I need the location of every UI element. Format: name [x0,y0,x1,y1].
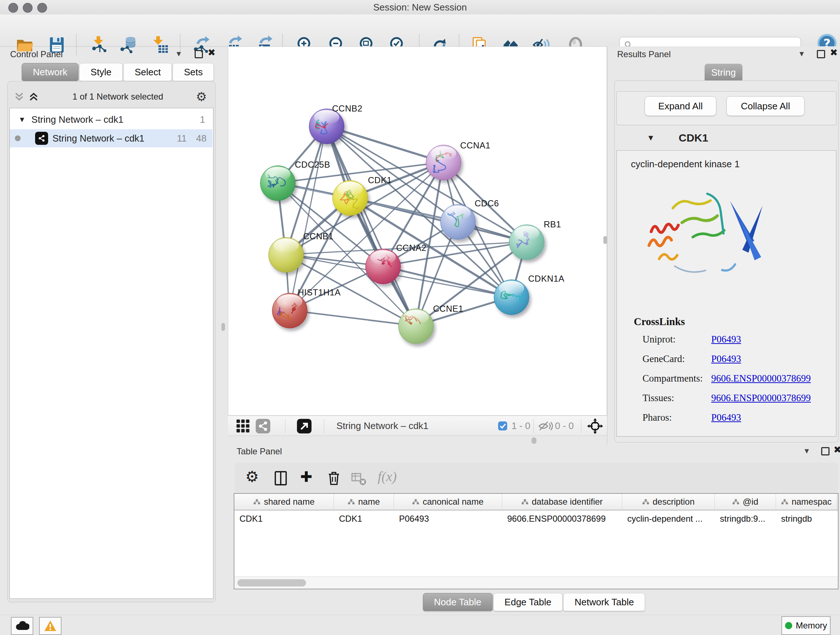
control-panel-menu-icon[interactable]: ▾ [177,49,181,59]
table-panel-close-icon[interactable]: ✖ [834,444,840,455]
node-HIST1H1A[interactable] [272,293,308,328]
delete-table-icon[interactable] [351,471,367,487]
tab-style[interactable]: Style [79,63,123,81]
import-network-file-icon[interactable] [86,33,111,57]
results-panel-menu-icon[interactable]: ▾ [799,49,804,59]
show-columns-icon[interactable] [273,470,289,488]
gene-description: cyclin-dependent kinase 1 [631,158,740,170]
table-cell: CDK1 [334,510,394,527]
node-CCNB1[interactable] [268,237,304,272]
function-builder-icon[interactable]: f(x) [378,469,397,485]
column-header-description[interactable]: description [622,494,715,510]
column-header-name[interactable]: name [334,494,394,510]
crosslink-link[interactable]: P06493 [711,412,741,423]
network-row-label: String Network – cdk1 [52,133,144,144]
column-type-icon [732,499,739,505]
results-panel-close-icon[interactable]: ✖ [830,47,838,58]
column-header-canonical-name[interactable]: canonical name [394,494,502,510]
table-panel-menu-icon[interactable]: ▾ [805,446,809,456]
control-panel-tabs: NetworkStyleSelectSets [22,63,214,81]
tab-select[interactable]: Select [123,63,172,81]
network-list: ▼ String Network – cdk1 1 String Network… [9,108,213,599]
selected-count: 1 - 0 [512,416,531,435]
table-row[interactable]: CDK1CDK1P064939606.ENSP00000378699cyclin… [234,510,838,527]
warnings-icon[interactable] [39,617,62,635]
node-gloss [265,167,290,181]
collapse-all-chevron-icon[interactable] [13,92,25,101]
expand-all-chevron-icon[interactable] [27,92,40,101]
import-network-database-icon[interactable] [116,33,141,57]
hscrollbar-thumb[interactable] [237,579,306,586]
main-toolbar: ? [0,14,840,47]
node-CCNA2[interactable] [365,249,401,284]
node-gloss [370,250,395,264]
hidden-eye-slash-icon[interactable] [538,421,553,433]
import-table-file-icon[interactable] [148,33,172,57]
node-gloss [403,310,428,325]
column-header-shared-name[interactable]: shared name [234,494,334,510]
crosslink-link[interactable]: P06493 [711,334,741,345]
memory-button[interactable]: Memory [782,616,831,635]
open-in-browser-icon[interactable] [297,418,312,435]
network-node-count: 11 [177,133,187,144]
network-row-selected[interactable]: String Network – cdk1 11 48 [10,129,212,147]
network-options-gear-icon[interactable]: ⚙ [196,89,207,104]
crosslink-link[interactable]: P06493 [711,353,741,364]
fit-selected-crosshair-icon[interactable] [587,418,603,436]
results-panel-title: Results Panel [617,49,671,59]
crosslink-row: Uniprot:P06493 [643,329,834,349]
table-panel-float-icon[interactable] [821,447,829,455]
birds-eye-view-icon[interactable] [236,419,250,435]
gene-collapse-icon[interactable]: ▼ [647,133,655,143]
table-header: shared namenamecanonical namedatabase id… [234,494,838,510]
tab-network-table[interactable]: Network Table [563,593,645,611]
node-CCNE1[interactable] [398,309,434,344]
crosslink-link[interactable]: 9606.ENSP00000378699 [711,393,811,404]
network-collection-row[interactable]: ▼ String Network – cdk1 1 [10,111,212,128]
node-CDKN1A[interactable] [494,279,529,315]
title-bar: Session: New Session [0,0,840,15]
automation-cloud-icon[interactable] [11,617,33,635]
node-CCNA1[interactable] [426,145,461,180]
collection-count: 1 [200,114,205,125]
node-CDC6[interactable] [440,204,476,240]
control-panel-float-icon[interactable] [195,50,203,58]
tab-node-table[interactable]: Node Table [423,593,493,611]
collection-expand-icon[interactable]: ▼ [19,116,26,124]
tab-string[interactable]: String [705,64,742,81]
left-splitter-handle[interactable] [221,323,225,331]
collapse-all-button[interactable]: Collapse All [726,96,805,116]
column-header-namespac[interactable]: namespac [776,494,837,510]
table-cell: stringdb:9... [715,510,776,527]
column-header-database-identifier[interactable]: database identifier [502,494,622,510]
selected-checkbox-icon[interactable] [498,421,508,432]
string-panel-toggle-icon[interactable] [256,418,271,435]
right-splitter-handle[interactable] [603,236,607,244]
table-toolbar: ⚙ ✚ f(x) [234,463,838,494]
table-settings-gear-icon[interactable]: ⚙ [245,468,259,486]
table-splitter-handle[interactable] [531,437,537,444]
column-header--id[interactable]: @id [715,494,776,510]
crosslink-row: Tissues:9606.ENSP00000378699 [643,388,834,408]
results-panel-float-icon[interactable] [817,50,825,58]
footer-separator [581,419,581,433]
node-RB1[interactable] [509,225,545,260]
crosslink-link[interactable]: 9606.ENSP00000378699 [711,373,811,384]
table-hscrollbar[interactable] [234,576,838,589]
table-panel-title: Table Panel [237,447,282,456]
tab-network[interactable]: Network [22,63,79,81]
node-CDC25B[interactable] [260,165,295,201]
node-CDK1[interactable] [332,180,368,216]
node-CCNB2[interactable] [309,109,344,144]
control-panel-close-icon[interactable]: ✖ [208,47,216,58]
expand-all-button[interactable]: Expand All [645,96,716,116]
delete-column-trash-icon[interactable] [325,470,342,488]
tab-edge-table[interactable]: Edge Table [493,593,563,611]
tab-sets[interactable]: Sets [172,63,214,81]
crosslinks-heading: CrossLinks [634,316,685,328]
create-column-plus-icon[interactable]: ✚ [300,469,313,485]
crosslink-row: Compartments:9606.ENSP00000378699 [643,369,834,388]
node-gloss [277,295,302,309]
footer-separator [285,419,286,433]
application-window: Session: New Session [0,0,840,635]
